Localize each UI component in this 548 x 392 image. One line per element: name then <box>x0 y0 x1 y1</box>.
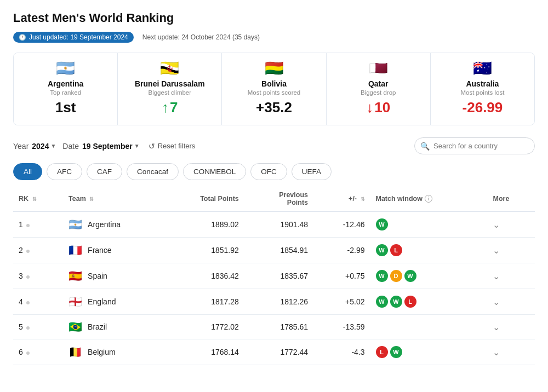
team-flag: 🇧🇪 <box>68 346 82 358</box>
team-name: Brazil <box>88 322 107 331</box>
team-flag: 🏴󠁧󠁢󠁥󠁮󠁧󠁿 <box>68 296 82 308</box>
date-label: Date <box>62 142 79 151</box>
search-box[interactable]: 🔍 <box>414 137 535 154</box>
expand-cell[interactable]: ⌄ <box>487 315 535 339</box>
team-flag: 🇧🇷 <box>68 321 82 333</box>
team-name: France <box>88 246 112 255</box>
tab-afc[interactable]: AFC <box>47 163 82 180</box>
bolivia-flag: 🇧🇴 <box>265 61 284 76</box>
year-label: Year <box>13 142 28 151</box>
prev-points-cell: 1835.67 <box>244 263 313 289</box>
match-badge-l: L <box>390 244 402 256</box>
tab-caf[interactable]: CAF <box>87 163 122 180</box>
feat-card-brunei: 🇧🇳 Brunei Darussalam Biggest climber ↑7 <box>118 53 222 125</box>
bolivia-value: +35.2 <box>256 99 292 116</box>
match-badge-l: L <box>404 296 416 308</box>
expand-button[interactable]: ⌄ <box>493 347 500 358</box>
rk-cell: 2 <box>13 238 63 263</box>
expand-button[interactable]: ⌄ <box>493 297 500 307</box>
expand-cell[interactable]: ⌄ <box>487 211 535 238</box>
expand-button[interactable]: ⌄ <box>493 245 500 256</box>
th-team[interactable]: Team ⇅ <box>63 187 158 211</box>
rk-cell: 6 <box>13 339 63 365</box>
prev-points-cell: 1901.48 <box>244 211 313 238</box>
match-badges: WDW <box>376 270 482 282</box>
brunei-name: Brunei Darussalam <box>135 79 205 88</box>
rk-cell: 3 <box>13 263 63 289</box>
total-points-cell: 1851.92 <box>158 238 244 263</box>
expand-cell[interactable]: ⌄ <box>487 289 535 315</box>
match-badge-w: W <box>376 296 388 308</box>
australia-flag: 🇦🇺 <box>473 61 492 76</box>
date-chevron-icon: ▼ <box>134 143 140 149</box>
expand-cell[interactable]: ⌄ <box>487 263 535 289</box>
sort-icon-change: ⇅ <box>361 197 365 202</box>
search-icon: 🔍 <box>420 142 430 151</box>
tab-conmebol[interactable]: CONMEBOL <box>183 163 246 180</box>
updated-badge: 🕐 Just updated: 19 September 2024 <box>13 32 134 43</box>
team-name: Belgium <box>88 348 116 356</box>
match-window-cell: WL <box>370 238 488 263</box>
expand-button[interactable]: ⌄ <box>493 220 500 230</box>
rank-bullet <box>26 275 30 279</box>
flag-cell: 🇧🇪 <box>63 339 82 365</box>
expand-button[interactable]: ⌄ <box>493 322 500 332</box>
tab-ofc[interactable]: OFC <box>250 163 287 180</box>
filters-row: Year 2024 ▼ Date 19 September ▼ ↺ Reset … <box>13 137 535 154</box>
match-badge-w: W <box>376 218 388 230</box>
ranking-table: RK ⇅ Team ⇅ Total Points PreviousPoints … <box>13 187 535 365</box>
argentina-value: 1st <box>55 99 76 116</box>
table-row: 5 🇧🇷 Brazil 1772.02 1785.61 -13.59 ⌄ <box>13 315 535 339</box>
team-flag: 🇦🇷 <box>68 218 82 230</box>
page-title: Latest Men's World Ranking <box>13 11 535 25</box>
team-name: England <box>88 297 116 306</box>
match-window-cell <box>370 315 488 339</box>
qatar-label: Biggest drop <box>361 89 396 96</box>
flag-cell: 🇪🇸 <box>63 263 82 289</box>
th-rk[interactable]: RK ⇅ <box>13 187 63 211</box>
match-window-cell: WDW <box>370 263 488 289</box>
flag-cell: 🇦🇷 <box>63 211 82 238</box>
flag-cell: 🏴󠁧󠁢󠁥󠁮󠁧󠁿 <box>63 289 82 315</box>
team-name: Spain <box>88 272 107 280</box>
flag-cell: 🇫🇷 <box>63 238 82 263</box>
match-badge-l: L <box>376 346 388 358</box>
tab-all[interactable]: All <box>13 163 42 180</box>
year-value[interactable]: 2024 ▼ <box>32 142 56 151</box>
reset-filters-button[interactable]: ↺ Reset filters <box>149 142 196 151</box>
th-change[interactable]: +/- ⇅ <box>313 187 370 211</box>
match-badge-w: W <box>376 270 388 282</box>
team-name-cell: England <box>82 289 158 315</box>
australia-value: -26.99 <box>463 99 503 116</box>
total-points-cell: 1817.28 <box>158 289 244 315</box>
sort-icon-team: ⇅ <box>89 197 94 202</box>
total-points-cell: 1772.02 <box>158 315 244 339</box>
next-update-text: Next update: 24 October 2024 (35 days) <box>142 33 260 41</box>
rk-cell: 5 <box>13 315 63 339</box>
feat-card-australia: 🇦🇺 Australia Most points lost -26.99 <box>431 53 534 125</box>
team-name-cell: Brazil <box>82 315 158 339</box>
tab-uefa[interactable]: UEFA <box>292 163 332 180</box>
brunei-value: ↑7 <box>162 99 178 116</box>
expand-button[interactable]: ⌄ <box>493 271 500 281</box>
year-chevron-icon: ▼ <box>50 143 56 149</box>
tab-concacaf[interactable]: Concacaf <box>127 163 179 180</box>
expand-cell[interactable]: ⌄ <box>487 238 535 263</box>
prev-points-cell: 1812.26 <box>244 289 313 315</box>
team-name-cell: France <box>82 238 158 263</box>
argentina-name: Argentina <box>48 79 83 88</box>
th-prev-points: PreviousPoints <box>244 187 313 211</box>
expand-cell[interactable]: ⌄ <box>487 339 535 365</box>
search-input[interactable] <box>414 137 535 154</box>
year-filter[interactable]: Year 2024 ▼ <box>13 142 56 151</box>
prev-points-cell: 1854.91 <box>244 238 313 263</box>
team-flag: 🇪🇸 <box>68 270 82 282</box>
rank-bullet <box>26 301 30 304</box>
match-window-info-icon[interactable]: i <box>425 195 432 203</box>
rank-bullet <box>26 351 30 355</box>
page-container: Latest Men's World Ranking 🕐 Just update… <box>0 0 548 392</box>
match-badges: WL <box>376 244 482 256</box>
date-filter[interactable]: Date 19 September ▼ <box>62 142 139 151</box>
qatar-value: ↓10 <box>366 99 390 116</box>
date-value[interactable]: 19 September ▼ <box>82 142 140 151</box>
